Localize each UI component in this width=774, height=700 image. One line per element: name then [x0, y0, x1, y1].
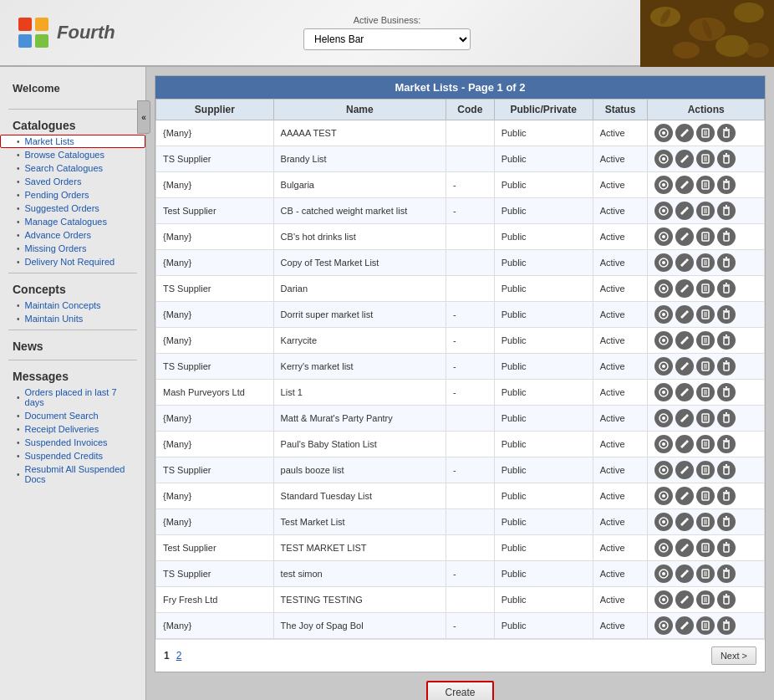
- action-icon-settings[interactable]: [654, 409, 673, 427]
- action-icon-delete[interactable]: [717, 331, 736, 350]
- action-icon-edit[interactable]: [675, 150, 694, 168]
- action-icon-view[interactable]: [696, 305, 715, 324]
- action-icon-edit[interactable]: [675, 383, 694, 401]
- action-icon-edit[interactable]: [675, 357, 694, 376]
- action-icon-view[interactable]: [696, 279, 715, 298]
- sidebar-item-suspended-credits[interactable]: • Suspended Credits: [0, 449, 145, 462]
- action-icon-delete[interactable]: [717, 124, 736, 142]
- action-icon-view[interactable]: [696, 616, 715, 635]
- action-icon-settings[interactable]: [654, 279, 673, 298]
- action-icon-edit[interactable]: [675, 253, 694, 272]
- action-icon-edit[interactable]: [675, 124, 694, 142]
- action-icon-settings[interactable]: [654, 357, 673, 376]
- action-icon-edit[interactable]: [675, 565, 694, 583]
- action-icon-edit[interactable]: [675, 409, 694, 427]
- action-icon-edit[interactable]: [675, 590, 694, 609]
- action-icon-delete[interactable]: [717, 590, 736, 609]
- action-icon-delete[interactable]: [717, 409, 736, 427]
- action-icon-settings[interactable]: [654, 590, 673, 609]
- action-icon-view[interactable]: [696, 487, 715, 505]
- action-icon-edit[interactable]: [675, 279, 694, 298]
- action-icon-view[interactable]: [696, 253, 715, 272]
- action-icon-view[interactable]: [696, 461, 715, 479]
- action-icon-settings[interactable]: [654, 176, 673, 194]
- action-icon-delete[interactable]: [717, 253, 736, 272]
- action-icon-delete[interactable]: [717, 513, 736, 531]
- action-icon-edit[interactable]: [675, 227, 694, 246]
- action-icon-edit[interactable]: [675, 539, 694, 557]
- action-icon-settings[interactable]: [654, 513, 673, 531]
- action-icon-delete[interactable]: [717, 461, 736, 479]
- action-icon-view[interactable]: [696, 435, 715, 453]
- sidebar-item-resubmit-docs[interactable]: • Resubmit All Suspended Docs: [0, 462, 145, 486]
- action-icon-delete[interactable]: [717, 539, 736, 557]
- action-icon-view[interactable]: [696, 227, 715, 246]
- action-icon-delete[interactable]: [717, 357, 736, 376]
- sidebar-item-orders-placed[interactable]: • Orders placed in last 7 days: [0, 386, 145, 409]
- action-icon-view[interactable]: [696, 331, 715, 350]
- next-button[interactable]: Next >: [711, 646, 756, 665]
- action-icon-settings[interactable]: [654, 124, 673, 142]
- active-business-select[interactable]: Helens Bar: [303, 28, 471, 50]
- action-icon-delete[interactable]: [717, 383, 736, 401]
- action-icon-edit[interactable]: [675, 513, 694, 531]
- sidebar-item-maintain-concepts[interactable]: • Maintain Concepts: [0, 299, 145, 312]
- action-icon-edit[interactable]: [675, 616, 694, 635]
- action-icon-delete[interactable]: [717, 487, 736, 505]
- sidebar-item-pending-orders[interactable]: • Pending Orders: [0, 188, 145, 202]
- action-icon-settings[interactable]: [654, 435, 673, 453]
- action-icon-settings[interactable]: [654, 461, 673, 479]
- action-icon-settings[interactable]: [654, 305, 673, 324]
- sidebar-item-suspended-invoices[interactable]: • Suspended Invoices: [0, 436, 145, 449]
- sidebar-item-maintain-units[interactable]: • Maintain Units: [0, 312, 145, 325]
- action-icon-edit[interactable]: [675, 487, 694, 505]
- action-icon-delete[interactable]: [717, 279, 736, 298]
- sidebar-item-receipt-deliveries[interactable]: • Receipt Deliveries: [0, 422, 145, 436]
- action-icon-edit[interactable]: [675, 461, 694, 479]
- page-2[interactable]: 2: [176, 650, 182, 662]
- action-icon-edit[interactable]: [675, 305, 694, 324]
- sidebar-collapse-button[interactable]: «: [137, 100, 150, 134]
- action-icon-delete[interactable]: [717, 150, 736, 168]
- action-icon-delete[interactable]: [717, 176, 736, 194]
- action-icon-settings[interactable]: [654, 616, 673, 635]
- sidebar-item-browse-catalogues[interactable]: • Browse Catalogues: [0, 148, 145, 161]
- sidebar-item-manage-catalogues[interactable]: • Manage Catalogues: [0, 215, 145, 228]
- action-icon-settings[interactable]: [654, 202, 673, 220]
- action-icon-settings[interactable]: [654, 331, 673, 350]
- sidebar-item-search-catalogues[interactable]: • Search Catalogues: [0, 161, 145, 175]
- create-button[interactable]: Create: [426, 681, 493, 700]
- action-icon-settings[interactable]: [654, 565, 673, 583]
- action-icon-settings[interactable]: [654, 150, 673, 168]
- action-icon-view[interactable]: [696, 383, 715, 401]
- action-icon-view[interactable]: [696, 124, 715, 142]
- action-icon-delete[interactable]: [717, 227, 736, 246]
- action-icon-delete[interactable]: [717, 565, 736, 583]
- sidebar-item-document-search[interactable]: • Document Search: [0, 409, 145, 422]
- action-icon-settings[interactable]: [654, 253, 673, 272]
- action-icon-delete[interactable]: [717, 305, 736, 324]
- action-icon-edit[interactable]: [675, 435, 694, 453]
- action-icon-settings[interactable]: [654, 487, 673, 505]
- sidebar-item-saved-orders[interactable]: • Saved Orders: [0, 175, 145, 188]
- action-icon-view[interactable]: [696, 565, 715, 583]
- action-icon-settings[interactable]: [654, 539, 673, 557]
- sidebar-item-delivery-not-required[interactable]: • Delivery Not Required: [0, 255, 145, 268]
- sidebar-item-advance-orders[interactable]: • Advance Orders: [0, 228, 145, 242]
- sidebar-item-market-lists[interactable]: • Market Lists: [0, 135, 145, 148]
- action-icon-view[interactable]: [696, 202, 715, 220]
- action-icon-view[interactable]: [696, 150, 715, 168]
- action-icon-view[interactable]: [696, 357, 715, 376]
- action-icon-view[interactable]: [696, 513, 715, 531]
- action-icon-view[interactable]: [696, 539, 715, 557]
- action-icon-delete[interactable]: [717, 202, 736, 220]
- action-icon-edit[interactable]: [675, 176, 694, 194]
- action-icon-settings[interactable]: [654, 227, 673, 246]
- action-icon-settings[interactable]: [654, 383, 673, 401]
- action-icon-view[interactable]: [696, 409, 715, 427]
- action-icon-edit[interactable]: [675, 202, 694, 220]
- sidebar-item-missing-orders[interactable]: • Missing Orders: [0, 242, 145, 255]
- action-icon-delete[interactable]: [717, 435, 736, 453]
- page-1[interactable]: 1: [164, 650, 170, 662]
- action-icon-view[interactable]: [696, 590, 715, 609]
